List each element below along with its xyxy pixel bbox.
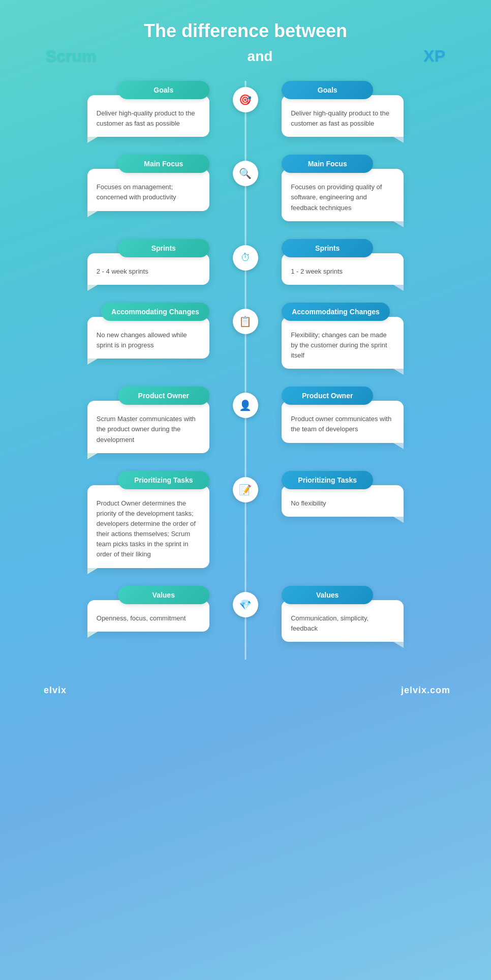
- left-card-values: Openness, focus, commitment: [87, 600, 209, 632]
- right-text-main-focus: Focuses on providing quality of software…: [291, 179, 394, 213]
- right-text-values: Communication, simplicity, feedback: [291, 610, 394, 634]
- right-tag-sprints: Sprints: [282, 239, 373, 257]
- left-main-focus: Main FocusFocuses on management; concern…: [30, 155, 216, 211]
- section-accommodating-changes: Accommodating ChangesNo new changes allo…: [30, 303, 461, 369]
- section-goals: GoalsDeliver high-quality product to the…: [30, 81, 461, 137]
- center-icon-main-focus: 🔍: [216, 155, 275, 186]
- right-text-prioritizing-tasks: No flexibility: [291, 495, 394, 509]
- subtitle-scrum: Scrum: [46, 47, 97, 66]
- left-card-sprints: 2 - 4 week sprints: [87, 253, 209, 285]
- footer-logo-right: jelvix.com: [401, 685, 450, 696]
- left-tag-values: Values: [118, 586, 209, 604]
- right-text-goals: Deliver high-quality product to the cust…: [291, 105, 394, 129]
- left-accommodating-changes: Accommodating ChangesNo new changes allo…: [30, 303, 216, 359]
- right-card-product-owner: Product owner communicates with the team…: [282, 401, 404, 442]
- left-tag-goals: Goals: [118, 81, 209, 99]
- left-values: ValuesOpenness, focus, commitment: [30, 586, 216, 632]
- section-product-owner: Product OwnerScrum Master communicates w…: [30, 387, 461, 453]
- icon-sprints: ⏱: [233, 245, 258, 271]
- icon-accommodating-changes: 📋: [233, 309, 258, 334]
- right-goals: GoalsDeliver high-quality product to the…: [275, 81, 461, 137]
- icon-goals: 🎯: [233, 87, 258, 112]
- left-text-product-owner: Scrum Master communicates with the produ…: [97, 411, 200, 444]
- left-sprints: Sprints2 - 4 week sprints: [30, 239, 216, 285]
- icon-prioritizing-tasks: 📝: [233, 477, 258, 502]
- timeline-container: GoalsDeliver high-quality product to the…: [30, 81, 461, 660]
- left-text-prioritizing-tasks: Product Owner determines the priority of…: [97, 495, 200, 560]
- left-tag-sprints: Sprints: [118, 239, 209, 257]
- center-icon-accommodating-changes: 📋: [216, 303, 275, 334]
- icon-values: 💎: [233, 592, 258, 617]
- right-card-prioritizing-tasks: No flexibility: [282, 485, 404, 517]
- left-product-owner: Product OwnerScrum Master communicates w…: [30, 387, 216, 453]
- left-tag-product-owner: Product Owner: [118, 387, 209, 405]
- left-card-accommodating-changes: No new changes allowed while sprint is i…: [87, 317, 209, 359]
- right-card-goals: Deliver high-quality product to the cust…: [282, 95, 404, 137]
- right-accommodating-changes: Accommodating ChangesFlexibility; change…: [275, 303, 461, 369]
- right-tag-prioritizing-tasks: Prioritizing Tasks: [282, 471, 373, 489]
- right-card-accommodating-changes: Flexibility; changes can be made by the …: [282, 317, 404, 369]
- subtitle-row: Scrum and XP: [30, 47, 461, 66]
- right-tag-product-owner: Product Owner: [282, 387, 373, 405]
- right-values: ValuesCommunication, simplicity, feedbac…: [275, 586, 461, 642]
- section-main-focus: Main FocusFocuses on management; concern…: [30, 155, 461, 221]
- left-text-goals: Deliver high-quality product to the cust…: [97, 105, 200, 129]
- right-tag-goals: Goals: [282, 81, 373, 99]
- left-tag-accommodating-changes: Accommodating Changes: [101, 303, 209, 321]
- center-icon-prioritizing-tasks: 📝: [216, 471, 275, 502]
- right-tag-accommodating-changes: Accommodating Changes: [282, 303, 390, 321]
- page-wrapper: The difference between Scrum and XP Goal…: [0, 0, 491, 726]
- footer-bar: jelvix jelvix.com: [30, 675, 461, 696]
- right-prioritizing-tasks: Prioritizing TasksNo flexibility: [275, 471, 461, 517]
- center-icon-goals: 🎯: [216, 81, 275, 112]
- left-prioritizing-tasks: Prioritizing TasksProduct Owner determin…: [30, 471, 216, 568]
- subtitle-and: and: [248, 48, 273, 65]
- right-text-accommodating-changes: Flexibility; changes can be made by the …: [291, 327, 394, 361]
- left-tag-main-focus: Main Focus: [118, 155, 209, 173]
- section-values: ValuesOpenness, focus, commitment💎Values…: [30, 586, 461, 642]
- icon-main-focus: 🔍: [233, 161, 258, 186]
- center-icon-values: 💎: [216, 586, 275, 617]
- right-tag-main-focus: Main Focus: [282, 155, 373, 173]
- left-text-main-focus: Focuses on management; concerned with pr…: [97, 179, 200, 202]
- right-text-product-owner: Product owner communicates with the team…: [291, 411, 394, 434]
- main-title: The difference between: [30, 20, 461, 42]
- right-card-main-focus: Focuses on providing quality of software…: [282, 169, 404, 221]
- left-card-product-owner: Scrum Master communicates with the produ…: [87, 401, 209, 453]
- left-card-main-focus: Focuses on management; concerned with pr…: [87, 169, 209, 211]
- left-goals: GoalsDeliver high-quality product to the…: [30, 81, 216, 137]
- subtitle-xp: XP: [423, 47, 445, 66]
- right-main-focus: Main FocusFocuses on providing quality o…: [275, 155, 461, 221]
- right-tag-values: Values: [282, 586, 373, 604]
- section-sprints: Sprints2 - 4 week sprints⏱Sprints1 - 2 w…: [30, 239, 461, 285]
- section-prioritizing-tasks: Prioritizing TasksProduct Owner determin…: [30, 471, 461, 568]
- footer-logo-left: jelvix: [41, 685, 67, 696]
- left-card-prioritizing-tasks: Product Owner determines the priority of…: [87, 485, 209, 568]
- right-sprints: Sprints1 - 2 week sprints: [275, 239, 461, 285]
- icon-product-owner: 👤: [233, 393, 258, 418]
- right-text-sprints: 1 - 2 week sprints: [291, 263, 394, 277]
- left-tag-prioritizing-tasks: Prioritizing Tasks: [118, 471, 209, 489]
- center-icon-product-owner: 👤: [216, 387, 275, 418]
- left-text-values: Openness, focus, commitment: [97, 610, 200, 623]
- right-card-sprints: 1 - 2 week sprints: [282, 253, 404, 285]
- right-card-values: Communication, simplicity, feedback: [282, 600, 404, 642]
- left-text-sprints: 2 - 4 week sprints: [97, 263, 200, 277]
- right-product-owner: Product OwnerProduct owner communicates …: [275, 387, 461, 442]
- center-icon-sprints: ⏱: [216, 239, 275, 271]
- left-text-accommodating-changes: No new changes allowed while sprint is i…: [97, 327, 200, 350]
- left-card-goals: Deliver high-quality product to the cust…: [87, 95, 209, 137]
